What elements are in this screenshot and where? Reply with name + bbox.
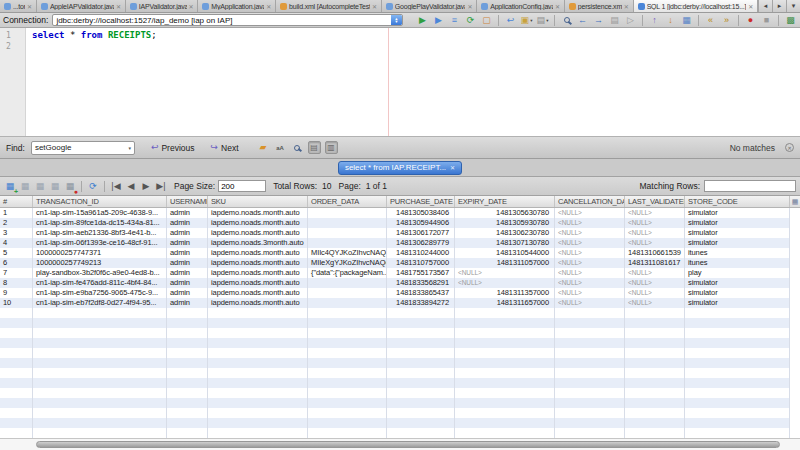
- editor-tab[interactable]: SQL 1 [jdbc:derby://localhost:15...]✕: [634, 0, 758, 12]
- scroll-tabs-right-button[interactable]: ▸: [772, 0, 786, 12]
- new-file-icon[interactable]: ▢: [480, 14, 493, 27]
- cell-order_data[interactable]: MIIeXgYJKoZIhvcNAQc...: [308, 258, 387, 268]
- open-dropdown-icon[interactable]: ▣▾: [520, 14, 533, 27]
- comment-icon[interactable]: ▩: [784, 14, 797, 27]
- scroll-tabs-left-button[interactable]: ◂: [758, 0, 772, 12]
- previous-occurrence-icon[interactable]: ↑: [648, 14, 661, 27]
- cell-rownum[interactable]: 7: [0, 268, 33, 278]
- cell-username[interactable]: admin: [167, 208, 208, 218]
- cell-cancellation_date[interactable]: <NULL>: [555, 258, 625, 268]
- cell-sku[interactable]: iapdemo.noads.3month.auto: [208, 238, 308, 248]
- connection-dropdown-stepper[interactable]: ▴ ▾: [391, 15, 402, 25]
- cell-rownum[interactable]: 4: [0, 238, 33, 248]
- editor-tab[interactable]: GooglePlayValidator.java✕: [382, 0, 477, 12]
- cell-rownum[interactable]: 5: [0, 248, 33, 258]
- last-page-icon[interactable]: ▶|: [155, 180, 167, 192]
- cell-last_validated[interactable]: <NULL>: [625, 218, 685, 228]
- cell-cancellation_date[interactable]: <NULL>: [555, 298, 625, 308]
- cell-last_validated[interactable]: <NULL>: [625, 278, 685, 288]
- wrap-around-toggle[interactable]: ▥: [325, 141, 338, 154]
- cell-sku[interactable]: iapdemo.noads.month.auto: [208, 228, 308, 238]
- cell-store_code[interactable]: itunes: [685, 258, 790, 268]
- column-header-cancellation_date[interactable]: CANCELLATION_DATE: [555, 196, 625, 207]
- table-row[interactable]: 10cn1-iap-sim-eb7f2df8-0d27-4f94-95...ad…: [0, 298, 790, 308]
- next-occurrence-icon[interactable]: ↓: [664, 14, 677, 27]
- result-tab[interactable]: select * from IAP.RECEIPT... ✕: [338, 161, 462, 175]
- cell-transaction_id[interactable]: cn1-iap-sim-aeb21336-8bf3-4e41-b...: [33, 228, 167, 238]
- shift-left-icon[interactable]: «: [704, 14, 717, 27]
- cell-transaction_id[interactable]: play-sandbox-3b2f0f6c-a9e0-4ed8-b...: [33, 268, 167, 278]
- refresh-icon[interactable]: ⟳: [87, 180, 99, 192]
- scrollbar-thumb[interactable]: [36, 441, 780, 448]
- table-row[interactable]: 7play-sandbox-3b2f0f6c-a9e0-4ed8-b...adm…: [0, 268, 790, 278]
- cell-expiry_date[interactable]: 1481307130780: [455, 238, 555, 248]
- cell-sku[interactable]: iapdemo.noads.month.auto: [208, 208, 308, 218]
- table-row[interactable]: 3cn1-iap-sim-aeb21336-8bf3-4e41-b...admi…: [0, 228, 790, 238]
- last-edit-icon[interactable]: ▤: [608, 14, 621, 27]
- cell-purchase_date[interactable]: 1481310757000: [387, 258, 455, 268]
- matching-rows-input[interactable]: [704, 180, 796, 192]
- toggle-highlight-icon[interactable]: ▦: [680, 14, 693, 27]
- column-selector-icon[interactable]: ▦: [790, 196, 800, 207]
- cell-username[interactable]: admin: [167, 248, 208, 258]
- cell-purchase_date[interactable]: 1481305944906: [387, 218, 455, 228]
- cell-transaction_id[interactable]: cn1-iap-sim-89fce1da-dc15-434a-81...: [33, 218, 167, 228]
- cell-store_code[interactable]: simulator: [685, 208, 790, 218]
- cell-sku[interactable]: iapdemo.noads.month.auto: [208, 278, 308, 288]
- cell-store_code[interactable]: simulator: [685, 278, 790, 288]
- horizontal-scrollbar[interactable]: [0, 438, 800, 450]
- first-page-icon[interactable]: |◀: [110, 180, 122, 192]
- cell-purchase_date[interactable]: 1481305038406: [387, 208, 455, 218]
- cell-cancellation_date[interactable]: <NULL>: [555, 208, 625, 218]
- result-tab-close-icon[interactable]: ✕: [450, 164, 455, 171]
- cell-last_validated[interactable]: <NULL>: [625, 298, 685, 308]
- tab-close-icon[interactable]: ✕: [27, 3, 32, 10]
- tab-close-icon[interactable]: ✕: [624, 3, 629, 10]
- tab-close-icon[interactable]: ✕: [555, 3, 560, 10]
- cell-username[interactable]: admin: [167, 268, 208, 278]
- cell-cancellation_date[interactable]: <NULL>: [555, 278, 625, 288]
- cell-store_code[interactable]: simulator: [685, 218, 790, 228]
- cell-cancellation_date[interactable]: <NULL>: [555, 218, 625, 228]
- run-sql-icon[interactable]: ▶: [416, 14, 429, 27]
- cell-username[interactable]: admin: [167, 298, 208, 308]
- whole-words-toggle[interactable]: ▤: [308, 141, 321, 154]
- cell-order_data[interactable]: {"data":{"packageNam...: [308, 268, 387, 278]
- tab-close-icon[interactable]: ✕: [266, 3, 271, 10]
- cell-purchase_date[interactable]: 1481755173567: [387, 268, 455, 278]
- tab-close-icon[interactable]: ✕: [748, 3, 753, 10]
- cell-order_data[interactable]: MIIc4QYJKoZIhvcNAQc...: [308, 248, 387, 258]
- cell-expiry_date[interactable]: 1481306230780: [455, 228, 555, 238]
- cell-sku[interactable]: iapdemo.noads.month.auto: [208, 218, 308, 228]
- cell-expiry_date[interactable]: 1481305630780: [455, 208, 555, 218]
- commit-record-icon[interactable]: ▦: [34, 180, 46, 192]
- column-header-store_code[interactable]: STORE_CODE: [685, 196, 790, 207]
- sql-editor[interactable]: 12 select * from RECEIPTS;: [0, 28, 800, 137]
- match-case-icon[interactable]: aA: [274, 141, 287, 154]
- cell-store_code[interactable]: simulator: [685, 228, 790, 238]
- cell-rownum[interactable]: 2: [0, 218, 33, 228]
- cell-username[interactable]: admin: [167, 278, 208, 288]
- cell-last_validated[interactable]: <NULL>: [625, 288, 685, 298]
- editor-tab[interactable]: MyApplication.java✕: [198, 0, 276, 12]
- next-page-icon[interactable]: ▶: [140, 180, 152, 192]
- cell-last_validated[interactable]: 1481311081617: [625, 258, 685, 268]
- cell-last_validated[interactable]: <NULL>: [625, 208, 685, 218]
- cell-transaction_id[interactable]: 1000000257747371: [33, 248, 167, 258]
- cell-rownum[interactable]: 6: [0, 258, 33, 268]
- cell-username[interactable]: admin: [167, 258, 208, 268]
- editor-tab[interactable]: build.xml [AutocompleteTest]✕: [276, 0, 382, 12]
- find-close-icon[interactable]: ✕: [785, 143, 794, 152]
- cell-transaction_id[interactable]: cn1-iap-sim-15a961a5-209c-4638-9...: [33, 208, 167, 218]
- find-previous-button[interactable]: ↩ Previous: [151, 143, 195, 153]
- cell-rownum[interactable]: 8: [0, 278, 33, 288]
- cell-expiry_date[interactable]: <NULL>: [455, 278, 555, 288]
- connection-combobox[interactable]: jdbc:derby://localhost:1527/iap_demo [ia…: [52, 14, 403, 26]
- cancel-edits-icon[interactable]: ▦: [49, 180, 61, 192]
- cell-cancellation_date[interactable]: <NULL>: [555, 248, 625, 258]
- cell-store_code[interactable]: itunes: [685, 248, 790, 258]
- cell-rownum[interactable]: 3: [0, 228, 33, 238]
- cell-username[interactable]: admin: [167, 228, 208, 238]
- macro-stop-icon[interactable]: ■: [760, 14, 773, 27]
- cell-order_data[interactable]: [308, 218, 387, 228]
